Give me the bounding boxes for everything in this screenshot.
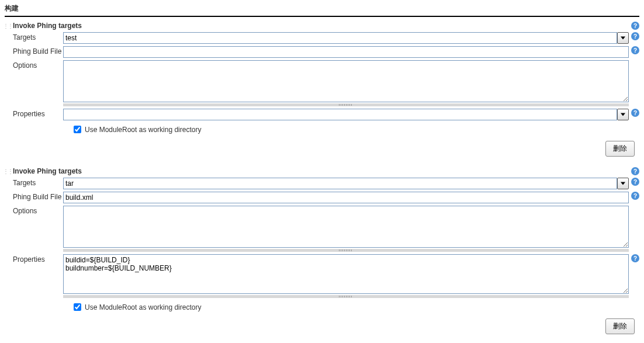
module-root-label: Use ModuleRoot as working directory bbox=[85, 126, 201, 134]
help-icon[interactable]: ? bbox=[631, 167, 639, 175]
chevron-down-icon bbox=[621, 36, 625, 40]
help-icon[interactable]: ? bbox=[631, 254, 639, 262]
properties-label: Properties bbox=[5, 109, 63, 118]
chevron-down-icon bbox=[621, 182, 625, 185]
delete-button[interactable]: 删除 bbox=[605, 318, 635, 334]
step-title: Invoke Phing targets bbox=[13, 22, 629, 30]
module-root-checkbox[interactable] bbox=[74, 303, 81, 311]
help-icon[interactable]: ? bbox=[631, 192, 639, 200]
drag-handle-icon[interactable]: ⋮⋮ bbox=[5, 167, 11, 175]
properties-label: Properties bbox=[5, 254, 63, 264]
delete-button[interactable]: 删除 bbox=[605, 141, 635, 157]
help-icon[interactable]: ? bbox=[631, 46, 639, 54]
section-header: 构建 bbox=[5, 2, 639, 17]
targets-dropdown-button[interactable] bbox=[617, 32, 629, 44]
build-file-input[interactable] bbox=[63, 192, 629, 203]
targets-label: Targets bbox=[5, 178, 63, 187]
chevron-down-icon bbox=[621, 113, 625, 116]
resize-grip-icon[interactable] bbox=[63, 295, 629, 298]
module-root-label: Use ModuleRoot as working directory bbox=[85, 303, 201, 311]
options-textarea[interactable] bbox=[63, 206, 629, 248]
targets-input[interactable] bbox=[63, 178, 617, 189]
properties-input[interactable] bbox=[63, 109, 617, 120]
build-step: ⋮⋮ Invoke Phing targets ? Targets ? Ph bbox=[5, 167, 639, 334]
help-icon[interactable]: ? bbox=[631, 32, 639, 40]
help-icon[interactable]: ? bbox=[631, 22, 639, 30]
help-icon[interactable]: ? bbox=[631, 178, 639, 186]
build-file-label: Phing Build File bbox=[5, 46, 63, 56]
build-file-label: Phing Build File bbox=[5, 192, 63, 201]
build-step: ⋮⋮ Invoke Phing targets ? Targets ? Ph bbox=[5, 22, 639, 157]
step-title: Invoke Phing targets bbox=[13, 167, 629, 175]
drag-handle-icon[interactable]: ⋮⋮ bbox=[5, 22, 11, 30]
options-textarea[interactable] bbox=[63, 60, 629, 102]
properties-textarea[interactable] bbox=[63, 254, 629, 294]
options-label: Options bbox=[5, 206, 63, 215]
resize-grip-icon[interactable] bbox=[63, 103, 629, 106]
targets-label: Targets bbox=[5, 32, 63, 41]
options-label: Options bbox=[5, 60, 63, 70]
targets-dropdown-button[interactable] bbox=[617, 178, 629, 189]
targets-input[interactable] bbox=[63, 32, 617, 44]
build-file-input[interactable] bbox=[63, 46, 629, 58]
properties-dropdown-button[interactable] bbox=[617, 109, 629, 120]
resize-grip-icon[interactable] bbox=[63, 249, 629, 252]
module-root-checkbox[interactable] bbox=[74, 126, 81, 133]
help-icon[interactable]: ? bbox=[631, 109, 639, 117]
